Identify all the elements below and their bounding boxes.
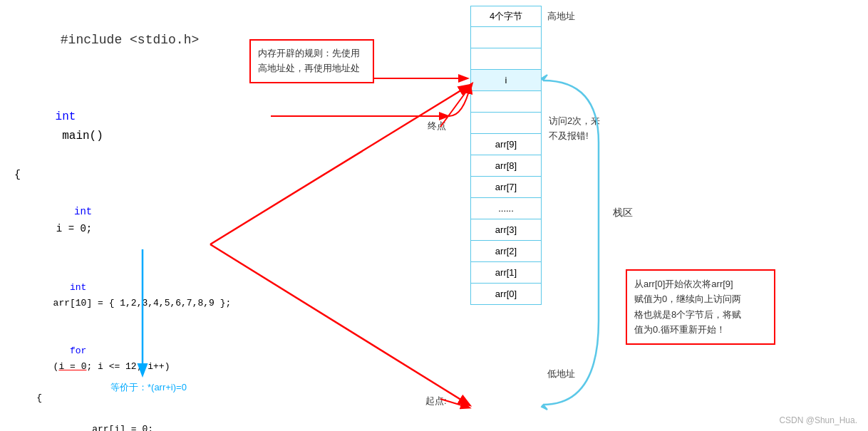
stack-cell-3 <box>470 91 542 113</box>
stack-cell-2 <box>470 48 542 70</box>
watermark: CSDN @Shun_Hua. <box>779 415 857 425</box>
for-rest: ; i <= 12; i++) <box>86 361 170 372</box>
stack-cell-arr0: arr[0] <box>470 284 542 305</box>
stack-container: 4个字节 i arr[9] arr[8] arr[7] ...... arr[3… <box>470 6 542 305</box>
code-area: #include <stdio.h> int main() { int i = … <box>0 0 463 431</box>
int-i-line: int i = 0; <box>14 187 456 254</box>
start-point-label: 起点: <box>425 395 447 407</box>
arr-explanation-box: 从arr[0]开始依次将arr[9]赋值为0，继续向上访问两格也就是8个字节后，… <box>626 269 775 345</box>
kw-int2: int <box>74 206 92 217</box>
stack-cell-arr7: arr[7] <box>470 177 542 198</box>
high-addr-label: 高地址 <box>547 10 575 23</box>
arr-assign-line: arr[i] = 0; <box>14 406 456 431</box>
access-note: 访问2次，来不及报错! <box>549 114 600 144</box>
stack-cell-arr8: arr[8] <box>470 155 542 177</box>
main-func-line: int main() <box>14 88 456 166</box>
arr-assign-text: arr[i] = 0; <box>92 424 153 431</box>
brace-open2: { <box>14 390 456 406</box>
kw-int: int <box>56 110 76 123</box>
brace-open-main: { <box>14 166 456 185</box>
kw-for: for <box>70 346 86 356</box>
stack-cell-arr1: arr[1] <box>470 262 542 284</box>
kw-int3: int <box>70 282 86 293</box>
for-i: i = 0 <box>58 361 86 372</box>
stack-zone-label: 栈区 <box>613 207 633 219</box>
include-line: #include <stdio.h> <box>14 7 456 73</box>
for-cond: ( <box>48 361 59 372</box>
stack-cell-i: i <box>470 70 542 91</box>
equivalent-label: 等价于：*(arr+i)=0 <box>110 381 187 394</box>
stack-cell-arr3: arr[3] <box>470 219 542 241</box>
stack-cell-arr2: arr[2] <box>470 241 542 262</box>
memory-rule-box: 内存开辟的规则：先使用高地址处，再使用地址处 <box>249 39 374 83</box>
stack-cell-dots: ...... <box>470 198 542 219</box>
stack-cell-top: 4个字节 <box>470 6 542 27</box>
end-point-label: 终点 <box>428 120 446 133</box>
main-container: #include <stdio.h> int main() { int i = … <box>0 0 868 431</box>
stack-cell-arr9: arr[9] <box>470 134 542 155</box>
arr-decl-line: int arr[10] = { 1,2,3,4,5,6,7,8,9 }; <box>14 264 456 327</box>
main-text: main() <box>56 130 103 142</box>
i-assign: i = 0; <box>50 223 92 234</box>
low-addr-label: 低地址 <box>547 368 575 380</box>
stack-cell-1 <box>470 27 542 48</box>
for-line: for (i = 0; i <= 12; i++) <box>14 328 456 390</box>
include-text: #include <stdio.h> <box>61 33 199 47</box>
arr-decl: arr[10] = { 1,2,3,4,5,6,7,8,9 }; <box>48 298 231 308</box>
stack-cell-4 <box>470 113 542 134</box>
